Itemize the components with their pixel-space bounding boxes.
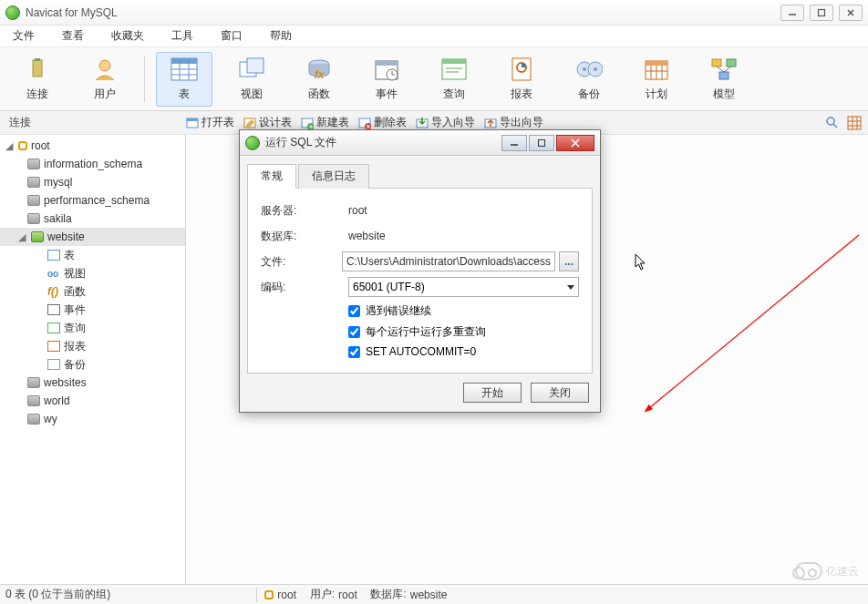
menu-file[interactable]: 文件 (5, 26, 42, 46)
database-icon (27, 414, 40, 425)
browse-file-button[interactable]: ... (559, 251, 579, 271)
app-title: Navicat for MySQL (26, 6, 780, 19)
toolbar-function[interactable]: fx函数 (291, 52, 347, 107)
action-design-table[interactable]: 设计表 (243, 115, 292, 130)
tree-db-websites[interactable]: websites (0, 374, 185, 392)
tree-node-views[interactable]: oo视图 (0, 264, 185, 282)
tree-db-website[interactable]: ◢website (0, 228, 185, 246)
svg-line-63 (649, 235, 859, 408)
label-encoding: 编码: (261, 280, 348, 295)
status-object-count: 0 表 (0 位于当前的组) (5, 587, 110, 602)
chevron-down-icon (567, 285, 574, 290)
connection-tree[interactable]: ◢root information_schema mysql performan… (0, 135, 186, 584)
toolbar-query[interactable]: 查询 (426, 52, 482, 107)
svg-line-41 (717, 67, 724, 72)
tree-db-sakila[interactable]: sakila (0, 210, 185, 228)
tree-node-reports[interactable]: 报表 (0, 337, 185, 355)
toolbar-report[interactable]: 报表 (493, 52, 550, 107)
dialog-titlebar[interactable]: 运行 SQL 文件 (240, 130, 600, 156)
main-toolbar: 连接 用户 表 视图 fx函数 事件 查询 报表 备份 计划 模型 (0, 47, 868, 111)
dialog-maximize-button[interactable] (529, 135, 554, 151)
start-button[interactable]: 开始 (463, 383, 522, 403)
toolbar-schedule[interactable]: 计划 (628, 52, 685, 107)
action-delete-table[interactable]: 删除表 (358, 115, 407, 130)
tree-node-events[interactable]: 事件 (0, 301, 185, 319)
database-icon (27, 159, 40, 169)
svg-rect-14 (247, 58, 264, 73)
dialog-close-button[interactable] (556, 135, 594, 151)
tree-node-functions[interactable]: f()函数 (0, 282, 185, 301)
menu-window[interactable]: 窗口 (213, 26, 250, 46)
toolbar-view[interactable]: 视图 (223, 52, 280, 107)
dialog-tabs: 常规 信息日志 (247, 163, 593, 189)
toolbar-model[interactable]: 模型 (696, 52, 752, 107)
tree-db-performance-schema[interactable]: performance_schema (0, 191, 185, 210)
database-icon (27, 395, 40, 406)
file-path-input[interactable]: C:\Users\Administrator\Downloads\access (342, 251, 555, 271)
mouse-cursor-icon (635, 253, 647, 271)
menu-favorites[interactable]: 收藏夹 (104, 26, 151, 46)
svg-rect-40 (719, 72, 728, 79)
window-titlebar: Navicat for MySQL (0, 0, 868, 26)
menu-help[interactable]: 帮助 (263, 26, 299, 46)
window-maximize-button[interactable] (810, 5, 833, 21)
tree-db-wy[interactable]: wy (0, 410, 185, 428)
label-file: 文件: (261, 254, 342, 270)
backup-icon (47, 359, 60, 370)
svg-rect-26 (512, 58, 531, 80)
report-icon (47, 341, 60, 352)
encoding-select[interactable]: 65001 (UTF-8) (348, 277, 579, 297)
toolbar-backup[interactable]: 备份 (561, 52, 617, 107)
grid-view-icon[interactable] (846, 115, 863, 131)
toolbar-connect[interactable]: 连接 (9, 52, 66, 107)
dialog-minimize-button[interactable] (501, 135, 527, 151)
menu-tools[interactable]: 工具 (164, 26, 201, 46)
search-icon[interactable] (824, 115, 841, 131)
app-icon (5, 5, 20, 20)
function-icon: f() (47, 285, 60, 298)
action-new-table[interactable]: 新建表 (301, 115, 349, 130)
tab-info-log[interactable]: 信息日志 (298, 164, 369, 189)
tree-connection-root[interactable]: ◢root (0, 137, 185, 155)
menu-view[interactable]: 查看 (55, 26, 91, 46)
watermark: 亿速云 (795, 562, 859, 580)
tree-db-mysql[interactable]: mysql (0, 173, 185, 191)
value-database: website (348, 230, 579, 242)
label-database: 数据库: (261, 229, 348, 244)
svg-point-6 (99, 60, 110, 71)
event-icon (47, 304, 60, 315)
action-import-wizard[interactable]: 导入向导 (416, 115, 475, 130)
checkbox-multi-query[interactable]: 每个运行中运行多重查询 (348, 324, 579, 340)
database-icon (27, 177, 40, 188)
tree-node-backups[interactable]: 备份 (0, 355, 185, 374)
tree-node-queries[interactable]: 查询 (0, 319, 185, 337)
tree-node-tables[interactable]: 表 (0, 246, 185, 264)
action-export-wizard[interactable]: 导出向导 (484, 115, 543, 130)
table-icon (47, 250, 60, 261)
database-icon (27, 213, 40, 224)
toolbar-event[interactable]: 事件 (358, 52, 415, 107)
database-icon (27, 195, 40, 206)
svg-line-57 (833, 124, 837, 128)
connection-icon (18, 141, 27, 150)
close-button[interactable]: 关闭 (531, 383, 589, 403)
svg-rect-8 (171, 58, 197, 64)
connection-icon (264, 590, 274, 599)
svg-rect-58 (848, 117, 861, 129)
window-close-button[interactable] (839, 5, 863, 21)
query-icon (47, 322, 60, 333)
watermark-icon (795, 562, 822, 580)
svg-text:fx: fx (315, 68, 326, 81)
tab-general[interactable]: 常规 (247, 164, 296, 189)
tree-db-world[interactable]: world (0, 392, 185, 410)
window-minimize-button[interactable] (780, 5, 804, 21)
tree-db-information-schema[interactable]: information_schema (0, 155, 185, 173)
value-server: root (348, 204, 579, 217)
svg-rect-5 (35, 58, 40, 61)
checkbox-continue-on-error[interactable]: 遇到错误继续 (348, 303, 579, 319)
toolbar-user[interactable]: 用户 (77, 52, 133, 107)
toolbar-table[interactable]: 表 (156, 52, 212, 107)
database-icon (31, 231, 44, 242)
checkbox-autocommit[interactable]: SET AUTOCOMMIT=0 (348, 345, 579, 358)
action-open-table[interactable]: 打开表 (186, 115, 234, 130)
